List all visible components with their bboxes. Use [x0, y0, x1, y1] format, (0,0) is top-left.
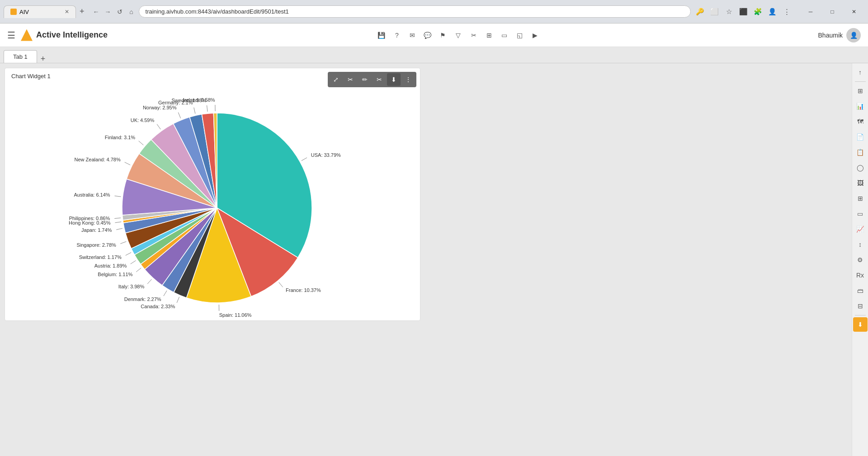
- browser-chrome: AIV ✕ + ← → ↺ ⌂ training.aivhub.com:8443…: [0, 0, 868, 24]
- sidebar-bar-chart-icon[interactable]: 📊: [853, 99, 868, 113]
- pie-label-finland: Finland: 3.1%: [105, 135, 135, 140]
- move-tool-button[interactable]: ⤢: [329, 73, 343, 86]
- svg-line-0: [302, 158, 307, 161]
- app-logo: Active Intelligence: [21, 29, 108, 41]
- sidebar-split-icon[interactable]: ↕: [853, 237, 868, 252]
- svg-line-18: [194, 108, 195, 114]
- svg-line-19: [207, 105, 208, 112]
- svg-line-12: [114, 218, 121, 218]
- forward-button[interactable]: →: [104, 7, 113, 16]
- sidebar-map-icon[interactable]: 🗺: [853, 114, 868, 129]
- save-icon[interactable]: 💾: [375, 29, 388, 42]
- svg-line-6: [136, 268, 141, 272]
- sidebar-settings-icon[interactable]: ⚙: [853, 253, 868, 267]
- sidebar-rect-icon[interactable]: ▭: [853, 207, 868, 221]
- bookmark-icon[interactable]: ☆: [722, 5, 735, 18]
- mail-icon[interactable]: ✉: [406, 29, 419, 42]
- filter-flag-icon[interactable]: ⚑: [437, 29, 449, 42]
- sidebar-minus-table-icon[interactable]: ⊟: [853, 299, 868, 313]
- new-tab-button[interactable]: +: [76, 7, 88, 16]
- cut-tool-button[interactable]: ✂: [373, 73, 386, 86]
- app-title: Active Intelligence: [36, 30, 108, 40]
- svg-line-9: [120, 241, 126, 244]
- cast-icon[interactable]: ⬜: [708, 5, 721, 18]
- pie-label-uk: UK: 4.59%: [131, 118, 155, 123]
- grid-view-icon[interactable]: ⊞: [483, 29, 495, 42]
- pie-label-italy: Italy: 3.98%: [118, 284, 145, 289]
- more-tool-button[interactable]: ⋮: [401, 73, 415, 86]
- filter-icon[interactable]: ▽: [452, 29, 465, 42]
- pie-label-norway: Norway: 2.95%: [143, 105, 177, 110]
- browser-actions: 🔑 ⬜ ☆ ⬛ 🧩 👤 ⋮: [693, 5, 793, 18]
- play-icon[interactable]: ▶: [529, 29, 542, 42]
- svg-line-14: [125, 162, 131, 165]
- widget-toolbar: ⤢ ✂ ✏ ✂ ⬇ ⋮: [328, 72, 416, 87]
- address-bar[interactable]: training.aivhub.com:8443/aiv/dashboardEd…: [139, 5, 691, 18]
- extension-icon[interactable]: ⬛: [737, 5, 750, 18]
- puzzle-icon[interactable]: 🧩: [751, 5, 764, 18]
- download-tool-button[interactable]: ⬇: [387, 73, 401, 86]
- pie-label-denmark: Denmark: 2.27%: [124, 296, 161, 302]
- tab-1[interactable]: Tab 1: [4, 50, 37, 63]
- sidebar-line-chart-icon[interactable]: 📈: [853, 222, 868, 236]
- sidebar-table-icon[interactable]: ⊞: [853, 191, 868, 206]
- svg-line-8: [126, 253, 131, 255]
- svg-line-16: [157, 124, 160, 129]
- key-icon[interactable]: 🔑: [693, 5, 706, 18]
- sidebar-report-icon[interactable]: 📋: [853, 145, 868, 160]
- pie-label-japan: Japan: 1.74%: [81, 227, 112, 233]
- add-tab-button[interactable]: +: [37, 55, 49, 63]
- sidebar-formula-icon[interactable]: Rx: [853, 268, 868, 282]
- sidebar-divider-2: [855, 315, 866, 315]
- svg-line-15: [139, 141, 144, 145]
- username: Bhaumik: [818, 32, 843, 39]
- pie-label-france: France: 10.37%: [286, 287, 321, 293]
- sidebar-data-icon[interactable]: 🗃: [853, 283, 868, 298]
- panel-icon[interactable]: ◱: [514, 29, 526, 42]
- maximize-button[interactable]: □: [822, 5, 843, 19]
- help-icon[interactable]: ?: [391, 29, 403, 42]
- svg-line-13: [115, 196, 121, 197]
- sidebar-grid-layout-icon[interactable]: ⊞: [853, 84, 868, 98]
- svg-line-4: [164, 291, 167, 296]
- pie-label-australia: Australia: 6.14%: [74, 192, 110, 197]
- address-bar-row: ← → ↺ ⌂ training.aivhub.com:8443/aiv/das…: [92, 5, 793, 18]
- svg-line-11: [115, 222, 121, 223]
- edit-tool-button[interactable]: ✏: [358, 73, 372, 86]
- hamburger-icon[interactable]: ☰: [7, 30, 15, 41]
- tab-close-button[interactable]: ✕: [65, 9, 69, 15]
- widget-layout-icon[interactable]: ▭: [498, 29, 511, 42]
- pie-label-belgium: Belgium: 1.11%: [98, 272, 132, 277]
- svg-line-17: [178, 113, 180, 118]
- svg-line-10: [116, 228, 123, 230]
- header-icons: 💾 ? ✉ 💬 ⚑ ▽ ✂ ⊞ ▭ ◱ ▶: [375, 29, 542, 42]
- comment-icon[interactable]: 💬: [421, 29, 434, 42]
- sidebar-circle-icon[interactable]: ◯: [853, 160, 868, 175]
- minimize-button[interactable]: ─: [800, 5, 821, 19]
- chart-widget-title: Chart Widget 1: [11, 73, 51, 80]
- svg-line-1: [279, 282, 283, 287]
- sidebar-download-orange-icon[interactable]: ⬇: [853, 317, 868, 332]
- link-tool-button[interactable]: ✂: [344, 73, 357, 86]
- svg-line-5: [147, 279, 151, 284]
- avatar[interactable]: 👤: [846, 28, 861, 42]
- home-button[interactable]: ⌂: [127, 7, 136, 16]
- pie-label-usa: USA: 33.79%: [311, 152, 341, 158]
- menu-dots-icon[interactable]: ⋮: [780, 5, 793, 18]
- profile-icon[interactable]: 👤: [766, 5, 778, 18]
- pie-label-spain: Spain: 11.06%: [219, 312, 252, 318]
- reload-button[interactable]: ↺: [115, 7, 124, 16]
- svg-line-3: [177, 297, 179, 303]
- app-header: ☰ Active Intelligence 💾 ? ✉ 💬 ⚑ ▽ ✂ ⊞ ▭ …: [0, 24, 868, 47]
- sidebar-image-icon[interactable]: 🖼: [853, 176, 868, 190]
- back-button[interactable]: ←: [92, 7, 101, 16]
- browser-tab[interactable]: AIV ✕: [4, 5, 76, 18]
- sidebar-document-icon[interactable]: 📄: [853, 130, 868, 144]
- svg-line-7: [131, 260, 136, 264]
- scissors-icon[interactable]: ✂: [467, 29, 480, 42]
- close-window-button[interactable]: ✕: [844, 5, 864, 19]
- pie-label-philippines: Philippines: 0.86%: [69, 216, 110, 221]
- chart-widget-1: Chart Widget 1 ⤢ ✂ ✏ ✂ ⬇ ⋮ USA: 33.79%Fr…: [5, 68, 420, 321]
- window-controls: ─ □ ✕: [800, 5, 864, 19]
- sidebar-up-icon[interactable]: ↑: [853, 65, 868, 80]
